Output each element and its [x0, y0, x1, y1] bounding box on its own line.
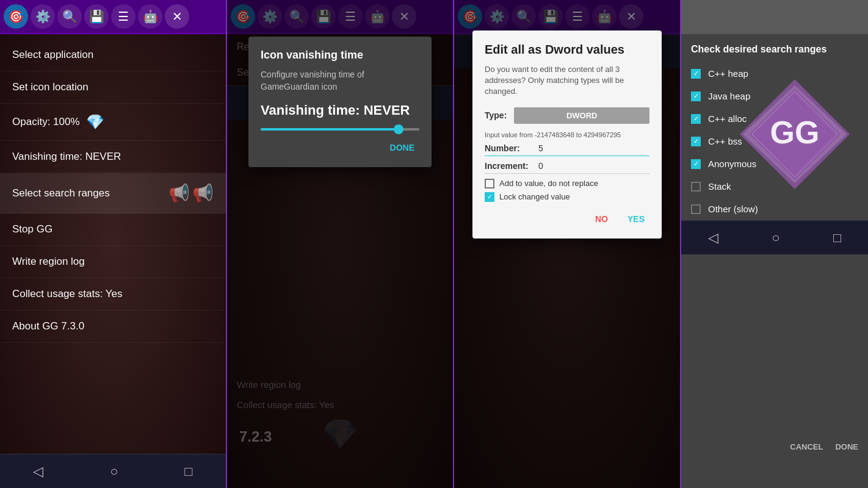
menu-item-write-region-log[interactable]: Write region log — [0, 246, 226, 278]
range-checkbox-other[interactable] — [691, 204, 701, 214]
range-checkbox-java-heap[interactable] — [691, 92, 701, 101]
dialog-overlay-vanishing: Icon vanishing time Configure vanishing … — [227, 0, 453, 488]
range-checkbox-cpp-bss[interactable] — [691, 137, 701, 146]
menu-item-about-gg[interactable]: About GG 7.3.0 — [0, 310, 226, 343]
menu-item-stop-gg[interactable]: Stop GG — [0, 214, 226, 246]
panel-edit-dword: 🎯 ⚙️ 🔍 💾 ☰ 🤖 ✕ Edit all as Dword values … — [454, 0, 680, 488]
range-text: Input value from -2147483648 to 42949672… — [485, 131, 649, 138]
cancel-button[interactable]: CANCEL — [790, 442, 823, 451]
menu-item-collect-usage-stats[interactable]: Collect usage stats: Yes — [0, 278, 226, 310]
range-checkbox-cpp-alloc[interactable] — [691, 114, 701, 124]
edit-dword-dialog: Edit all as Dword values Do you want to … — [472, 30, 662, 239]
done-button[interactable]: DONE — [385, 140, 419, 155]
nav-back[interactable]: ◁ — [33, 464, 43, 479]
number-value[interactable]: 5 — [538, 143, 649, 153]
range-item-cpp-bss[interactable]: C++ bss — [681, 130, 868, 152]
nav-bar-panel4: ◁ ○ □ — [681, 220, 868, 254]
yes-button[interactable]: YES — [623, 212, 649, 226]
toolbar-icon-menu[interactable]: ☰ — [111, 4, 136, 29]
type-row: Type: DWORD — [485, 107, 649, 124]
menu-item-vanishing-time[interactable]: Vanishing time: NEVER — [0, 141, 226, 173]
panel-icon-vanishing: 🎯 ⚙️ 🔍 💾 ☰ 🤖 ✕ Reset Set icon location I… — [227, 0, 453, 488]
dialog-body: Configure vanishing time of GameGuardian… — [261, 69, 419, 93]
toolbar-icon-save[interactable]: 💾 — [84, 4, 109, 29]
ranges-panel-title: Check desired search ranges — [681, 34, 868, 62]
range-checkbox-anonymous[interactable] — [691, 159, 701, 169]
range-label-anonymous: Anonymous — [708, 159, 756, 169]
search-range-icons: 📢 📢 — [168, 183, 214, 203]
toolbar-icon-search[interactable]: 🔍 — [57, 4, 82, 29]
checkbox-add-icon[interactable] — [485, 179, 494, 188]
nav-back-p4[interactable]: ◁ — [708, 230, 718, 246]
nav-home[interactable]: ○ — [110, 464, 118, 479]
nav-recents[interactable]: □ — [184, 464, 192, 479]
slider-thumb[interactable] — [394, 124, 403, 134]
slider-fill — [261, 128, 396, 131]
edit-dialog-actions: NO YES — [485, 212, 649, 226]
nav-recents-p4[interactable]: □ — [833, 230, 841, 246]
no-button[interactable]: NO — [590, 212, 613, 226]
increment-label: Increment: — [485, 161, 533, 171]
number-input-row: Number: 5 — [485, 143, 649, 156]
range-checkbox-stack[interactable] — [691, 182, 701, 192]
edit-dialog-body: Do you want to edit the content of all 3… — [485, 64, 649, 98]
toolbar-panel1: 🎯 ⚙️ 🔍 💾 ☰ 🤖 ✕ — [0, 0, 226, 34]
toolbar-icon-android[interactable]: 🤖 — [138, 4, 162, 29]
ranges-action-buttons: CANCEL DONE — [790, 442, 858, 451]
toolbar-icon-target[interactable]: 🎯 — [4, 4, 28, 29]
toolbar-icon-settings[interactable]: ⚙️ — [31, 4, 55, 29]
checkbox-lock-value[interactable]: Lock changed value — [485, 192, 649, 202]
dialog-subtitle: Vanishing time: NEVER — [261, 102, 419, 118]
dialog-icon-vanishing-time: Icon vanishing time Configure vanishing … — [248, 37, 432, 167]
range-item-other[interactable]: Other (slow) — [681, 198, 868, 220]
increment-input-row: Increment: 0 — [485, 161, 649, 174]
range-item-stack[interactable]: Stack — [681, 175, 868, 198]
type-label: Type: — [485, 110, 507, 120]
opacity-gem-icon: 💎 — [86, 113, 104, 131]
checkbox-add-label: Add to value, do not replace — [499, 179, 598, 188]
range-label-other: Other (slow) — [708, 204, 758, 214]
increment-value[interactable]: 0 — [538, 161, 649, 171]
nav-home-p4[interactable]: ○ — [772, 230, 779, 246]
dialog-title: Icon vanishing time — [261, 49, 419, 62]
type-badge[interactable]: DWORD — [514, 107, 649, 124]
checkbox-lock-label: Lock changed value — [499, 192, 570, 201]
done-button-ranges[interactable]: DONE — [835, 442, 858, 451]
checkbox-add-to-value[interactable]: Add to value, do not replace — [485, 179, 649, 188]
edit-dialog-overlay: Edit all as Dword values Do you want to … — [454, 0, 680, 488]
range-label-cpp-bss: C++ bss — [708, 136, 742, 146]
panel-main-menu: 🎯 ⚙️ 🔍 💾 ☰ 🤖 ✕ Select application Set ic… — [0, 0, 226, 488]
checkbox-lock-icon[interactable] — [485, 192, 494, 202]
slider-container[interactable] — [261, 128, 419, 131]
menu-item-select-search-ranges[interactable]: Select search ranges 📢 📢 — [0, 173, 226, 214]
main-menu-list: Select application Set icon location Opa… — [0, 34, 226, 454]
slider-track — [261, 128, 419, 131]
range-label-stack: Stack — [708, 181, 731, 192]
number-label: Number: — [485, 143, 533, 153]
nav-bar-panel1: ◁ ○ □ — [0, 454, 226, 488]
menu-item-select-application[interactable]: Select application — [0, 39, 226, 71]
range-item-anonymous[interactable]: Anonymous — [681, 152, 868, 175]
ranges-toolbar — [681, 0, 868, 34]
dialog-actions: DONE — [261, 140, 419, 155]
panel-search-ranges: Check desired search ranges C++ heap Jav… — [681, 0, 868, 488]
range-checkbox-cpp-heap[interactable] — [691, 69, 701, 79]
menu-item-opacity[interactable]: Opacity: 100% 💎 — [0, 104, 226, 141]
menu-item-set-icon-location[interactable]: Set icon location — [0, 71, 226, 104]
toolbar-icon-close[interactable]: ✕ — [165, 4, 189, 29]
edit-dialog-title: Edit all as Dword values — [485, 43, 649, 57]
